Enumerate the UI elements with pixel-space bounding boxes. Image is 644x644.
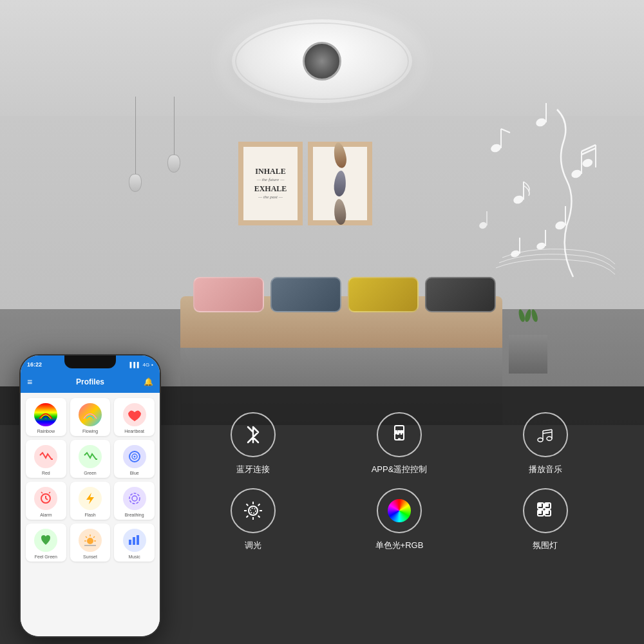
- feature-dimming: 调光: [187, 488, 320, 551]
- feature-app-control: APP APP&遥控控制: [333, 412, 466, 475]
- profile-item-heartbeat[interactable]: Heartbeat: [114, 398, 155, 436]
- bed-headboard: [180, 296, 502, 348]
- phone-container: 16:22 ▌▌▌ 4G ▪ ≡ Profiles 🔔: [19, 354, 161, 638]
- svg-rect-40: [133, 537, 135, 545]
- wall-pictures: INHALE — the future — EXHALE — the past …: [238, 142, 372, 225]
- picture-text-1: INHALE — the future — EXHALE — the past …: [254, 166, 287, 200]
- pendant-wire-2: [174, 97, 175, 155]
- pendant-2: [167, 97, 180, 192]
- feature-bluetooth: 蓝牙连接: [187, 412, 320, 475]
- picture-frame-2: [308, 142, 372, 225]
- rgb-label: 单色光+RGB: [375, 540, 424, 551]
- profile-label-heartbeat: Heartbeat: [124, 429, 144, 433]
- phone-body: 16:22 ▌▌▌ 4G ▪ ≡ Profiles 🔔: [19, 354, 161, 638]
- bluetooth-label: 蓝牙连接: [236, 464, 270, 475]
- profile-item-feelgreen[interactable]: Feel Green: [26, 524, 66, 562]
- pendant-lights: [129, 97, 180, 192]
- svg-line-28: [49, 492, 50, 493]
- svg-point-31: [132, 496, 137, 501]
- leaf-3: [531, 308, 539, 322]
- svg-rect-68: [546, 511, 548, 513]
- features-section: 蓝牙连接 APP APP&遥控控制: [174, 399, 625, 564]
- profile-label-sunset: Sunset: [83, 554, 97, 559]
- profile-item-green[interactable]: Green: [70, 440, 111, 478]
- blue-icon: [123, 445, 146, 468]
- profile-item-music[interactable]: Music: [114, 524, 155, 562]
- phone-bell-icon[interactable]: 🔔: [144, 377, 153, 386]
- profile-item-breathing[interactable]: Breathing: [114, 482, 155, 520]
- svg-point-13: [554, 220, 566, 231]
- ambient-label: 氛围灯: [533, 540, 558, 551]
- profile-label-alarm: Alarm: [40, 513, 52, 517]
- green-icon: [79, 445, 102, 468]
- dimming-label: 调光: [245, 540, 261, 551]
- svg-rect-67: [539, 511, 541, 513]
- phone-menu-icon[interactable]: ≡: [27, 377, 32, 387]
- dimming-icon-circle: [231, 488, 276, 533]
- app-control-icon-circle: APP: [377, 412, 422, 457]
- nightstand: [509, 335, 547, 374]
- phone-time: 16:22: [27, 361, 42, 368]
- feather-2: [333, 170, 346, 196]
- feature-music: 播放音乐: [478, 412, 612, 475]
- svg-line-58: [258, 504, 260, 506]
- svg-point-11: [512, 194, 524, 205]
- flash-icon: [79, 487, 102, 510]
- profile-label-breathing: Breathing: [125, 513, 144, 517]
- signal-icon: ▌▌▌: [129, 362, 140, 368]
- color-wheel: [388, 499, 411, 522]
- svg-point-32: [87, 538, 93, 544]
- phone-navbar: ≡ Profiles 🔔: [21, 371, 160, 393]
- svg-text:APP: APP: [395, 430, 404, 435]
- profile-item-red[interactable]: Red: [26, 440, 66, 478]
- feathers-art: [332, 140, 348, 227]
- svg-line-10: [582, 148, 596, 155]
- phone-notch: [64, 355, 116, 368]
- svg-point-5: [570, 169, 582, 180]
- profile-item-flowing[interactable]: Flowing: [70, 398, 111, 436]
- lamp-speaker: [303, 42, 341, 80]
- profile-label-feelgreen: Feel Green: [35, 554, 57, 559]
- pendant-wire-1: [135, 97, 136, 174]
- battery-icon: ▪: [151, 362, 153, 368]
- profile-label-music: Music: [129, 554, 140, 559]
- svg-rect-41: [137, 535, 139, 545]
- svg-line-50: [543, 432, 552, 433]
- svg-line-9: [582, 145, 596, 151]
- pendant-bulb-1: [129, 174, 142, 192]
- pendant-1: [129, 97, 142, 192]
- phone-nav-title: Profiles: [76, 377, 104, 386]
- ambient-icon-circle: [523, 488, 568, 533]
- svg-line-26: [46, 498, 48, 500]
- svg-line-34: [93, 536, 95, 538]
- svg-point-3: [535, 117, 547, 128]
- flowing-icon: [79, 403, 102, 426]
- svg-line-36: [86, 536, 87, 538]
- svg-point-51: [249, 506, 258, 515]
- pillow-3: [348, 277, 419, 312]
- picture-frame-1: INHALE — the future — EXHALE — the past …: [238, 142, 303, 225]
- profile-item-alarm[interactable]: Alarm: [26, 482, 66, 520]
- svg-line-57: [258, 516, 260, 518]
- bed-pillows: [193, 277, 496, 312]
- plant-leaves: [512, 309, 544, 322]
- profile-item-sunset[interactable]: Sunset: [70, 524, 111, 562]
- pendant-bulb-2: [167, 155, 180, 173]
- profile-item-flash[interactable]: Flash: [70, 482, 111, 520]
- svg-point-23: [133, 456, 135, 458]
- profile-item-blue[interactable]: Blue: [114, 440, 155, 478]
- profile-item-rainbow[interactable]: Rainbow: [26, 398, 66, 436]
- feather-3: [333, 198, 346, 225]
- svg-point-0: [489, 143, 502, 154]
- music-icon: [123, 529, 146, 552]
- music-play-label: 播放音乐: [529, 464, 562, 475]
- red-icon: [34, 445, 57, 468]
- profile-label-red: Red: [42, 471, 50, 475]
- app-control-label: APP&遥控控制: [372, 464, 428, 475]
- svg-line-59: [247, 516, 249, 518]
- heartbeat-icon: [123, 403, 146, 426]
- rgb-icon-circle: [377, 488, 422, 533]
- bluetooth-icon-circle: [231, 412, 276, 457]
- svg-point-46: [547, 437, 552, 440]
- pillow-1: [193, 277, 264, 312]
